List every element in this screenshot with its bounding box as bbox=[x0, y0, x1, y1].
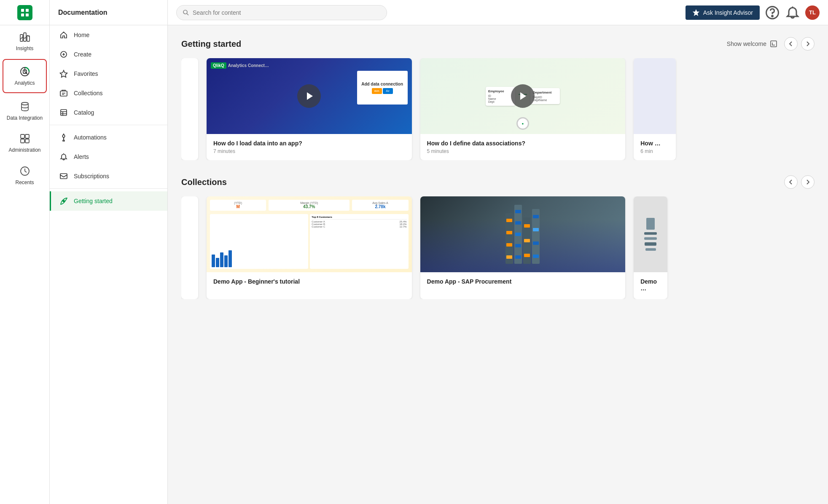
app-card-beginner-tutorial[interactable]: (YTD) M Margin (YTD) 43.7% Avg Sales A 2… bbox=[207, 196, 412, 299]
svg-rect-24 bbox=[771, 41, 777, 47]
section2-prev-button[interactable] bbox=[784, 175, 798, 189]
sidebar-item-analytics-label: Analytics bbox=[14, 80, 35, 86]
nav-item-create[interactable]: Create bbox=[50, 45, 167, 64]
sidebar-item-insights-label: Insights bbox=[16, 46, 33, 51]
video-thumbnail-2: QlikQ Analytics Connect… Add data connec… bbox=[207, 58, 412, 134]
subscriptions-icon bbox=[59, 172, 68, 180]
nav-collections-label: Collections bbox=[74, 90, 102, 97]
video-card-3-title: How do I define data associations? bbox=[427, 140, 619, 147]
video-card-2-duration: 7 minutes bbox=[213, 148, 405, 154]
ask-insight-button[interactable]: Ask Insight Advisor bbox=[686, 5, 760, 20]
section1-navigation bbox=[784, 37, 815, 51]
partial-video-card[interactable] bbox=[181, 58, 198, 160]
video-card-3-body: How do I define data associations? 5 min… bbox=[420, 134, 626, 160]
partial-app-card[interactable] bbox=[181, 196, 198, 299]
automations-icon bbox=[59, 133, 68, 142]
sidebar-item-recents[interactable]: Recents bbox=[0, 159, 49, 191]
svg-rect-0 bbox=[21, 9, 24, 12]
video-card-load-data[interactable]: QlikQ Analytics Connect… Add data connec… bbox=[207, 58, 412, 160]
collections-icon bbox=[59, 89, 68, 97]
app-card-beginner-title: Demo App - Beginner's tutorial bbox=[213, 278, 405, 285]
app-card-4-partial[interactable]: Demo … bbox=[634, 196, 667, 299]
app-cards-row: (YTD) M Margin (YTD) 43.7% Avg Sales A 2… bbox=[181, 196, 815, 299]
svg-rect-2 bbox=[21, 13, 24, 16]
app-card-sap-title: Demo App - SAP Procurement bbox=[427, 278, 619, 285]
nav-item-home[interactable]: Home bbox=[50, 25, 167, 45]
icon-sidebar: Insights Analytics Data Integration Admi… bbox=[0, 0, 50, 504]
ask-insight-label: Ask Insight Advisor bbox=[703, 9, 753, 16]
section1-next-button[interactable] bbox=[801, 37, 815, 51]
nav-item-automations[interactable]: Automations bbox=[50, 128, 167, 147]
nav-home-label: Home bbox=[74, 32, 89, 38]
play-button-2[interactable] bbox=[297, 84, 321, 108]
sidebar-item-insights[interactable]: Insights bbox=[0, 25, 49, 57]
nav-create-label: Create bbox=[74, 51, 91, 58]
avatar[interactable]: TL bbox=[805, 5, 820, 20]
nav-subscriptions-label: Subscriptions bbox=[74, 173, 109, 180]
sidebar-item-recents-label: Recents bbox=[15, 180, 34, 185]
app-card-sap-body: Demo App - SAP Procurement bbox=[420, 272, 626, 292]
app-grid-button[interactable] bbox=[17, 5, 32, 20]
nav-favorites-label: Favorites bbox=[74, 70, 98, 77]
catalog-icon bbox=[59, 108, 68, 117]
video-card-3-duration: 5 minutes bbox=[427, 148, 619, 154]
app-logo-area bbox=[0, 0, 49, 25]
expand-icon bbox=[770, 40, 777, 48]
app-thumb-sap bbox=[420, 196, 626, 272]
nav-item-subscriptions[interactable]: Subscriptions bbox=[50, 166, 167, 186]
sidebar-item-administration-label: Administration bbox=[8, 147, 40, 153]
app-card-beginner-body: Demo App - Beginner's tutorial bbox=[207, 272, 412, 292]
nav-automations-label: Automations bbox=[74, 134, 107, 141]
section2-next-button[interactable] bbox=[801, 175, 815, 189]
collections-section: Collections bbox=[181, 175, 815, 299]
svg-rect-3 bbox=[26, 13, 29, 16]
nav-item-getting-started[interactable]: Getting started bbox=[50, 191, 167, 211]
svg-rect-19 bbox=[60, 174, 67, 179]
app-thumb-4 bbox=[634, 196, 667, 272]
sidebar-item-data-integration-label: Data Integration bbox=[7, 115, 43, 121]
app-card-4-body: Demo … bbox=[634, 272, 667, 299]
section2-header: Collections bbox=[181, 175, 815, 189]
section2-navigation bbox=[784, 175, 815, 189]
section1-title: Getting started bbox=[181, 39, 241, 49]
svg-rect-1 bbox=[26, 9, 29, 12]
section1-prev-button[interactable] bbox=[784, 37, 798, 51]
nav-item-favorites[interactable]: Favorites bbox=[50, 64, 167, 83]
nav-item-catalog[interactable]: Catalog bbox=[50, 103, 167, 122]
search-input[interactable] bbox=[193, 9, 381, 16]
sidebar-item-administration[interactable]: Administration bbox=[0, 127, 49, 159]
nav-sidebar-title: Documentation bbox=[50, 0, 167, 25]
main-content: Ask Insight Advisor TL bbox=[168, 0, 828, 504]
svg-point-21 bbox=[183, 10, 187, 14]
video-thumbnail-4 bbox=[634, 58, 676, 134]
video-card-4-partial[interactable]: How … 6 min bbox=[634, 58, 676, 160]
play-button-3[interactable] bbox=[511, 84, 535, 108]
getting-started-icon bbox=[59, 197, 68, 205]
video-card-2-title: How do I load data into an app? bbox=[213, 140, 405, 147]
sidebar-item-data-integration[interactable]: Data Integration bbox=[0, 95, 49, 127]
nav-alerts-label: Alerts bbox=[74, 153, 89, 160]
search-icon bbox=[183, 9, 189, 16]
svg-point-20 bbox=[63, 200, 65, 202]
video-card-data-associations[interactable]: Employee ID Name Dept bbox=[420, 58, 626, 160]
video-card-4-title: How … bbox=[640, 140, 669, 147]
nav-item-alerts[interactable]: Alerts bbox=[50, 147, 167, 166]
nav-sidebar: Documentation Home Create Favorites Coll… bbox=[50, 0, 168, 504]
app-card-sap-procurement[interactable]: Demo App - SAP Procurement bbox=[420, 196, 626, 299]
svg-rect-13 bbox=[25, 139, 29, 143]
video-cards-row: QlikQ Analytics Connect… Add data connec… bbox=[181, 58, 815, 160]
header-right: Ask Insight Advisor TL bbox=[686, 5, 820, 20]
section2-title: Collections bbox=[181, 177, 227, 187]
show-welcome-button[interactable]: Show welcome bbox=[727, 40, 777, 48]
bell-icon bbox=[785, 5, 800, 20]
getting-started-section: Getting started Show welcome bbox=[181, 37, 815, 160]
help-button[interactable] bbox=[765, 5, 780, 20]
nav-item-collections[interactable]: Collections bbox=[50, 83, 167, 103]
svg-marker-25 bbox=[307, 92, 313, 100]
notifications-button[interactable] bbox=[785, 5, 800, 20]
video-card-4-duration: 6 min bbox=[640, 148, 669, 154]
help-icon bbox=[765, 5, 780, 20]
search-bar[interactable] bbox=[176, 5, 387, 20]
video-thumbnail-3: Employee ID Name Dept bbox=[420, 58, 626, 134]
sidebar-item-analytics[interactable]: Analytics bbox=[3, 59, 47, 93]
